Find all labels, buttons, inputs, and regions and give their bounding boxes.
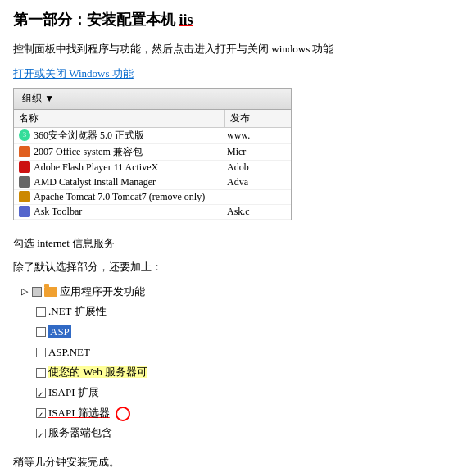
footer-text: 稍等几分钟安装完成。 [13,455,463,468]
tree-child-row: 使您的 Web 服务器可 [36,362,463,383]
row-label: Apache Tomcat 7.0 Tomcat7 (remove only) [34,191,205,203]
icon-flash [19,161,30,173]
title-underline: iis [179,11,193,28]
expand-icon: ▷ [21,283,28,300]
windows-feature-link[interactable]: 打开或关闭 Windows 功能 [13,66,134,81]
tree: ▷ 应用程序开发功能 .NET 扩展性 ASP ASP.NET 使您的 Web … [21,282,463,444]
child-checkbox-6[interactable] [36,408,46,418]
child-checkbox-5[interactable] [36,388,46,398]
tree-child-row: ASP [36,322,463,343]
red-circle-icon [116,407,130,421]
tree-child-label-7: 服务器端包含 [48,423,112,443]
icon-ask [19,206,30,217]
tree-child-row: ASP.NET [36,343,463,363]
file-explorer: 组织 ▼ 名称 发布 3 360安全浏览器 5.0 正式版 www. 2007 … [13,88,292,220]
folder-icon [44,287,57,297]
fe-row-name: Apache Tomcat 7.0 Tomcat7 (remove only) [16,191,224,203]
tree-child-row: .NET 扩展性 [36,302,463,322]
table-row[interactable]: Apache Tomcat 7.0 Tomcat7 (remove only) [14,190,291,205]
page-title: 第一部分：安装配置本机 iis [13,10,463,30]
table-row[interactable]: AMD Catalyst Install Manager Adva [14,175,291,190]
tree-child-label-5: ISAPI 扩展 [48,383,99,403]
fe-row-name: 2007 Office system 兼容包 [16,145,224,159]
tree-root-row: ▷ 应用程序开发功能 [21,282,463,302]
fe-row-name: 3 360安全浏览器 5.0 正式版 [16,129,224,143]
child-checkbox-4[interactable] [36,368,46,378]
child-checkbox-2[interactable] [36,327,46,337]
row-label: 360安全浏览器 5.0 正式版 [34,129,144,143]
fe-row-pub: Adva [224,176,289,189]
table-row[interactable]: Adobe Flash Player 11 ActiveX Adob [14,161,291,175]
child-checkbox-1[interactable] [36,307,46,317]
row-label: Adobe Flash Player 11 ActiveX [34,161,158,174]
tree-child-label-6: ISAPI 筛选器 [48,403,130,424]
col-name-header: 名称 [14,110,225,127]
row-label: 2007 Office system 兼容包 [34,145,143,159]
tree-child-label-3: ASP.NET [48,343,90,363]
fe-row-name: Adobe Flash Player 11 ActiveX [16,161,224,174]
table-row[interactable]: Ask Toolbar Ask.c [14,205,291,220]
fe-row-pub: www. [224,129,289,142]
section-label-1: 勾选 internet 信息服务 [13,234,463,252]
fe-row-name: AMD Catalyst Install Manager [16,176,224,189]
root-checkbox[interactable] [32,287,42,297]
row-label: AMD Catalyst Install Manager [34,176,156,189]
icon-360: 3 [19,129,30,141]
icon-office [19,146,30,157]
icon-amd [19,176,30,188]
tree-child-row: ISAPI 扩展 [36,383,463,403]
organize-button[interactable]: 组织 ▼ [19,91,57,107]
fe-row-pub: Micr [224,146,289,158]
table-row[interactable]: 2007 Office system 兼容包 Micr [14,144,291,161]
child-checkbox-7[interactable] [36,429,46,438]
child-checkbox-3[interactable] [36,348,46,357]
tree-child-row: 服务器端包含 [36,423,463,443]
section-label-2: 除了默认选择部分，还要加上： [13,257,463,276]
description-text: 控制面板中找到程序与功能，然后点击进入打开与关闭 windows 功能 [13,41,463,58]
tree-child-label-4: 使您的 Web 服务器可 [48,362,147,383]
tree-child-label-1: .NET 扩展性 [48,302,107,322]
col-pub-header: 发布 [225,110,291,127]
fe-header: 名称 发布 [14,110,291,128]
tree-root-label: 应用程序开发功能 [60,282,145,302]
icon-tomcat [19,191,30,202]
fe-row-pub: Ask.c [224,206,289,218]
fe-row-pub: Adob [224,161,289,174]
table-row[interactable]: 3 360安全浏览器 5.0 正式版 www. [14,128,291,144]
fe-row-name: Ask Toolbar [16,206,224,218]
title-prefix: 第一部分：安装配置本机 [13,11,179,28]
fe-toolbar: 组织 ▼ [14,89,291,110]
row-label: Ask Toolbar [34,206,82,218]
tree-child-label-2: ASP [48,322,71,343]
tree-child-row: ISAPI 筛选器 [36,403,463,424]
